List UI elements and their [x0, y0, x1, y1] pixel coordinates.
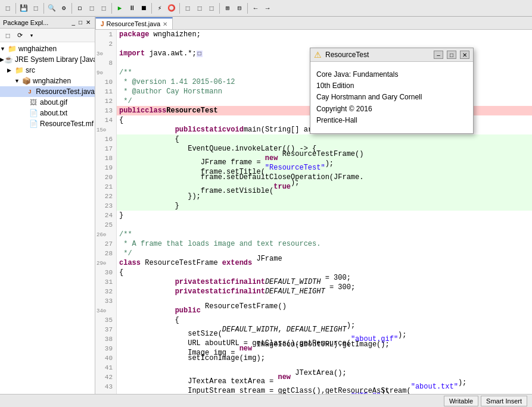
- code-line-25: [117, 220, 532, 230]
- pe-toolbar: ⬚ ⟳ ▾: [0, 29, 95, 42]
- pe-header-icons: _ □ ✕: [70, 18, 92, 26]
- package-explorer-header: Package Expl... _ □ ✕: [0, 17, 95, 29]
- package-explorer-panel: Package Expl... _ □ ✕ ⬚ ⟳ ▾ ▼ 📁 wnghaizh…: [0, 17, 95, 394]
- pe-menu-btn[interactable]: ▾: [26, 30, 37, 40]
- line-31: 31: [95, 277, 116, 287]
- toolbar-icon-8[interactable]: ⏸: [126, 3, 137, 14]
- pe-link-btn[interactable]: ⟳: [14, 30, 25, 40]
- tree-arrow[interactable]: ▼: [14, 78, 21, 84]
- resource-test-dialog: ⚠ ResourceTest – □ ✕ Core Java: Fundamen…: [310, 48, 474, 134]
- tree-item-wnghaizhen-root[interactable]: ▼ 📁 wnghaizhen: [0, 43, 95, 54]
- toolbar-icon-16[interactable]: ⊟: [234, 3, 245, 14]
- line-40: 40: [95, 353, 116, 363]
- fold-marker-9[interactable]: 9⊖: [97, 70, 103, 76]
- tree-label: src: [26, 66, 35, 74]
- tab-close-btn[interactable]: ✕: [163, 21, 167, 27]
- code-line-27: * A frame that loads image and text reso…: [117, 239, 532, 249]
- tree-item-jre[interactable]: ▶ ☕ JRE System Library [Java: [0, 54, 95, 65]
- line-25: 25: [95, 220, 116, 230]
- line-11: 11: [95, 87, 116, 96]
- code-line-29: class ResourceTestFrame extends JFrame: [117, 258, 532, 268]
- package-icon: 📦: [21, 77, 31, 85]
- line-43: 43: [95, 382, 116, 392]
- src-folder-icon: 📁: [14, 66, 24, 74]
- tree-item-about-txt[interactable]: 📄 about.txt: [0, 108, 95, 118]
- line-18: 18: [95, 154, 116, 163]
- code-line-32: private static final int DEFAULT_HEIGHT …: [117, 287, 532, 296]
- java-file-icon: J: [26, 89, 34, 95]
- toolbar-separator-7: [219, 3, 220, 14]
- fold-marker[interactable]: 3⊖: [97, 51, 103, 57]
- tree-label: wnghaizhen: [18, 45, 57, 53]
- tree-arrow[interactable]: ▶: [7, 67, 14, 73]
- toolbar-icon-3[interactable]: ⬚: [30, 3, 41, 14]
- toolbar-icon-12[interactable]: ⬚: [182, 3, 193, 14]
- line-17: 17: [95, 144, 116, 154]
- editor-tab-bar: J ResourceTest.java ✕: [95, 17, 532, 30]
- toolbar-icon-13[interactable]: ⬚: [194, 3, 205, 14]
- pe-collapse-btn[interactable]: ⬚: [2, 30, 13, 40]
- pe-close-btn[interactable]: ✕: [85, 18, 92, 26]
- toolbar-icon-15[interactable]: ⊞: [222, 3, 233, 14]
- dialog-line-1: Core Java: Fundamentals: [316, 69, 467, 80]
- toolbar-icon-11[interactable]: ⭕: [166, 3, 177, 14]
- pe-maximize-btn[interactable]: □: [77, 18, 83, 26]
- dialog-close-btn[interactable]: ✕: [460, 51, 469, 59]
- tree-item-about-gif[interactable]: 🖼 about.gif: [0, 97, 95, 108]
- tree-item-wnghaizhen-pkg[interactable]: ▼ 📦 wnghaizhen: [0, 76, 95, 86]
- code-line-26: /**: [117, 230, 532, 239]
- toolbar-icon-5[interactable]: ◻: [74, 3, 85, 14]
- status-writable-label: Writable: [449, 397, 473, 405]
- tab-icon: J: [101, 21, 104, 27]
- tree-item-resourcetest-java[interactable]: J ResourceTest.java: [0, 86, 95, 97]
- line-24: 24: [95, 211, 116, 220]
- folder-icon: 📁: [7, 45, 17, 53]
- toolbar: ⬚ 💾 ⬚ 🔍 ⚙ ◻ ⬚ ⬚ ▶ ⏸ ⏹ ⚡ ⭕ ⬚ ⬚ ⬚ ⊞ ⊟ ← →: [0, 0, 532, 17]
- code-line-23: }: [117, 201, 532, 211]
- line-12: 12: [95, 96, 116, 106]
- line-19: 19: [95, 163, 116, 173]
- line-22: 22: [95, 192, 116, 201]
- toolbar-icon-6[interactable]: ⬚: [86, 3, 97, 14]
- status-writable: Writable: [444, 396, 478, 406]
- line-2: 2: [95, 39, 116, 49]
- line-27: 27: [95, 239, 116, 249]
- toolbar-icon-10[interactable]: ⚡: [154, 3, 165, 14]
- tab-resourcetest[interactable]: J ResourceTest.java ✕: [95, 17, 173, 29]
- toolbar-icon-2[interactable]: 💾: [18, 3, 29, 14]
- toolbar-separator-8: [247, 3, 248, 14]
- package-explorer-tree: ▼ 📁 wnghaizhen ▶ ☕ JRE System Library [J…: [0, 42, 95, 394]
- txt-icon: 📄: [29, 109, 38, 117]
- line-32: 32: [95, 287, 116, 296]
- jre-icon: ☕: [4, 55, 13, 64]
- line-23: 23: [95, 201, 116, 211]
- toolbar-separator-4: [111, 3, 112, 14]
- pe-minimize-btn[interactable]: _: [70, 18, 76, 26]
- tree-item-resourcetest-mf[interactable]: 📄 ResourceTest.mf: [0, 118, 95, 129]
- toolbar-search[interactable]: 🔍: [46, 3, 57, 14]
- line-33: 33: [95, 296, 116, 306]
- toolbar-icon-14[interactable]: ⬚: [206, 3, 217, 14]
- toolbar-icon-17[interactable]: ←: [250, 3, 261, 14]
- dialog-minimize-btn[interactable]: –: [434, 51, 443, 59]
- dialog-line-2: 10th Edition: [316, 80, 467, 92]
- toolbar-icon-7[interactable]: ⬚: [98, 3, 109, 14]
- toolbar-icon-18[interactable]: →: [262, 3, 273, 14]
- toolbar-icon-1[interactable]: ⬚: [2, 3, 13, 14]
- toolbar-icon-9[interactable]: ⏹: [138, 3, 149, 14]
- fold-marker-29[interactable]: 29⊖: [97, 260, 106, 267]
- toolbar-separator-1: [15, 3, 16, 14]
- fold-marker-15[interactable]: 15⊖: [97, 127, 106, 133]
- tree-arrow[interactable]: ▼: [0, 46, 7, 52]
- tree-item-src[interactable]: ▶ 📁 src: [0, 65, 95, 76]
- line-41: 41: [95, 363, 116, 372]
- tree-arrow[interactable]: ▶: [0, 57, 4, 62]
- toolbar-icon-4[interactable]: ⚙: [58, 3, 69, 14]
- dialog-restore-btn[interactable]: □: [447, 51, 456, 59]
- fold-marker-34[interactable]: 34⊖: [97, 308, 106, 314]
- line-15: 15⊖: [95, 125, 116, 134]
- toolbar-run[interactable]: ▶: [114, 3, 125, 14]
- line-29: 29⊖: [95, 258, 116, 268]
- fold-marker-26[interactable]: 26⊖: [97, 231, 106, 238]
- tree-label: wnghaizhen: [33, 77, 71, 85]
